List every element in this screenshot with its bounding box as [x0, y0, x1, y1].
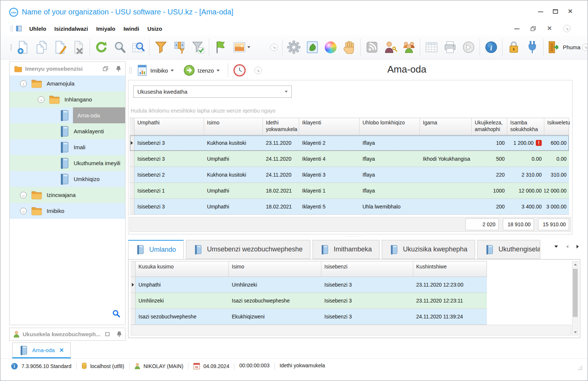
scrollbar-thumb[interactable]	[573, 269, 578, 317]
search-button[interactable]	[110, 37, 129, 57]
tab-scroll-right-icon[interactable]	[577, 245, 579, 248]
view-toolbar-chevron-icon[interactable]: ↘	[254, 67, 262, 74]
column-header[interactable]: Isamba sokukhokha	[507, 118, 544, 135]
feed-rss-button[interactable]	[363, 37, 381, 57]
expand-node-icon[interactable]: →	[20, 208, 27, 214]
cell-umphathi[interactable]: Isisebenzi 2	[134, 167, 204, 183]
cell-isimo[interactable]: Ekukhiqizweni	[229, 309, 321, 324]
orders-row-3[interactable]: Isisebenzi 2 Kukhona kusitoki 24.11.2020…	[130, 167, 569, 183]
cell-kusuka-kusimo[interactable]: Umhlinzeki	[136, 293, 229, 308]
maximize-button[interactable]	[553, 9, 558, 14]
reports-dropdown-button[interactable]: Imibiko	[134, 63, 177, 78]
tree-node-inhlangano[interactable]: ↓ Inhlangano	[10, 91, 125, 107]
flag-button[interactable]	[211, 37, 230, 57]
users-group-button[interactable]	[400, 37, 418, 57]
image-button[interactable]	[230, 37, 253, 57]
column-header[interactable]: Umphathi	[134, 118, 204, 135]
cell-kusuka-kusimo[interactable]: Isazi sezobuchwepheshe	[136, 309, 229, 324]
cell-ukujikeleza[interactable]: 220	[472, 167, 507, 183]
column-header[interactable]: Igama	[420, 118, 472, 135]
cell-isisebenzi[interactable]: Isisebenzi 3	[321, 309, 413, 324]
menu-grip[interactable]	[11, 25, 13, 32]
toolbar-right-chevron-icon[interactable]: ↘	[582, 44, 588, 51]
cell-ukujikeleza[interactable]: 500	[472, 151, 507, 167]
cell-igama[interactable]	[420, 199, 472, 214]
cell-umphathi[interactable]: Isisebenzi 3	[134, 199, 204, 214]
document-tab-ama-oda[interactable]: Ama-oda ✕	[12, 342, 71, 357]
menu-imiyalo[interactable]: Imiyalo	[92, 24, 120, 33]
cell-idethi[interactable]: 24.11.2020	[263, 151, 299, 167]
cell-isikweletu[interactable]: 600.00	[544, 135, 569, 151]
scroll-down-button[interactable]	[572, 329, 578, 335]
hand-button[interactable]	[340, 37, 358, 57]
tree-node-label[interactable]: Amamojula	[47, 76, 125, 91]
orders-row-2[interactable]: Isisebenzi 3 Umphathi 24.11.2020 Iklayen…	[130, 151, 569, 167]
cell-iklayenti[interactable]: Iklayenti 2	[299, 135, 360, 151]
cell-idethi[interactable]: 18.02.2021	[263, 199, 299, 214]
scroll-up-button[interactable]	[572, 261, 578, 267]
cell-isimo[interactable]: Isazi sezobuchwepheshe	[229, 293, 321, 308]
menu-iwindi[interactable]: Iwindi	[119, 24, 143, 33]
collapse-node-icon[interactable]: ↓	[38, 96, 44, 103]
menu-uhlelo[interactable]: Uhlelo	[25, 24, 50, 33]
cell-igama[interactable]: Ikhodi Yokukhangisa	[420, 151, 472, 167]
orders-row-4[interactable]: Isisebenzi 1 Umphathi 18.02.2021 Iklayen…	[130, 183, 569, 199]
collapse-node-icon[interactable]: ↓	[20, 80, 27, 87]
delete-record-button[interactable]	[69, 37, 88, 57]
settings-gear-button[interactable]	[284, 37, 303, 57]
cell-isimo[interactable]: Kukhona kusitoki	[204, 135, 263, 151]
cell-isamba[interactable]: 12 000.00	[507, 183, 544, 198]
child-restore-button[interactable]	[531, 26, 536, 31]
tree-node-label[interactable]: Amaklayenti	[74, 123, 125, 139]
cell-igama[interactable]	[420, 135, 472, 151]
cell-uhlobo[interactable]: Iflaya	[360, 167, 420, 183]
horizontal-splitter[interactable]: ········	[128, 235, 580, 238]
cell-igama[interactable]	[420, 167, 472, 183]
tab-umsebenzi-wezobuchwepheshe[interactable]: Umsebenzi wezobuchwepheshe	[186, 240, 310, 259]
cell-umphathi[interactable]: Isisebenzi 3	[134, 135, 204, 151]
cell-isikweletu[interactable]: 310.00	[544, 167, 569, 183]
support-panel-header[interactable]: Ukusekela kwezobuchweph...	[9, 328, 126, 341]
column-header[interactable]: Idethi yokwamukela	[263, 118, 299, 135]
cell-isisebenzi[interactable]: Isisebenzi 3	[321, 277, 413, 293]
cell-umphathi[interactable]: Isisebenzi 3	[134, 151, 204, 167]
minimize-button[interactable]	[538, 9, 543, 14]
history-vertical-scrollbar[interactable]	[572, 261, 578, 335]
support-maximize-icon[interactable]	[105, 332, 110, 336]
expand-node-icon[interactable]: →	[20, 192, 27, 198]
history-row-2[interactable]: Umhlinzeki Isazi sezobuchwepheshe Isiseb…	[131, 293, 487, 309]
cell-isamba[interactable]: 0.00	[507, 151, 544, 167]
tree-node-imibiko[interactable]: → Imibiko	[10, 203, 125, 219]
lock-button[interactable]	[504, 37, 523, 57]
column-header[interactable]: Kushintshiwe	[413, 261, 487, 277]
tree-node-label[interactable]: Umkhiqizo	[74, 171, 125, 187]
tree-node-label[interactable]: Imali	[74, 139, 125, 155]
sidebar-pin-icon[interactable]	[116, 66, 121, 72]
history-row-3[interactable]: Isazi sezobuchwepheshe Ekukhiqizweni Isi…	[131, 309, 487, 325]
tree-node-label[interactable]: Izincwajana	[47, 187, 125, 203]
cell-uhlobo[interactable]: Iflaya	[360, 151, 420, 167]
actions-dropdown-button[interactable]: Izenzo	[180, 63, 223, 78]
refresh-button[interactable]	[92, 37, 110, 57]
edit-record-button[interactable]	[51, 37, 69, 57]
filter-columns-button[interactable]	[170, 37, 188, 57]
color-palette-button[interactable]	[321, 37, 340, 57]
resize-grip[interactable]	[578, 365, 582, 371]
cell-uhlobo[interactable]: Iflaya	[360, 135, 420, 151]
history-row-1[interactable]: Umphathi Umhlinzeki Isisebenzi 3 23.11.2…	[131, 277, 487, 293]
cell-idethi[interactable]: 18.02.2021	[263, 183, 299, 198]
column-header[interactable]: Isimo	[229, 261, 321, 277]
cell-isimo[interactable]: Kukhona kusitoki	[204, 167, 263, 183]
tab-list-dropdown-icon[interactable]	[554, 245, 558, 248]
view-toolbar-grip[interactable]	[130, 67, 131, 74]
orders-row-5[interactable]: Isisebenzi 3 Umphathi 18.02.2021 Iklayen…	[130, 199, 569, 215]
orders-row-1[interactable]: Isisebenzi 3 Kukhona kusitoki 23.11.2020…	[130, 135, 569, 151]
column-header[interactable]: Kusuka kusimo	[136, 261, 229, 277]
cell-iklayenti[interactable]: Iklayenti 3	[299, 167, 360, 183]
cell-kushintshiwe[interactable]: 24.11.2020 11:39:24	[413, 309, 487, 324]
scheduler-clock-button[interactable]	[230, 62, 249, 78]
menubar-options-chevron-icon[interactable]: ↘	[563, 25, 571, 32]
grid-view-button[interactable]	[422, 37, 441, 57]
tree-node-label[interactable]: Inhlangano	[64, 91, 125, 107]
tree-node-izincwajana[interactable]: → Izincwajana	[10, 187, 125, 203]
